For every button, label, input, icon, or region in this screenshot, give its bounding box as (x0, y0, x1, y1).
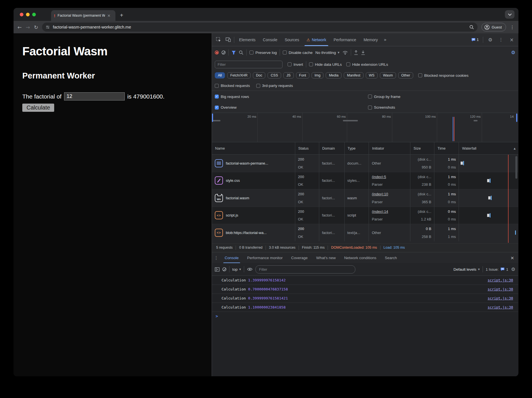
filter-chip-other[interactable]: Other (398, 72, 413, 78)
drawer-tab-search[interactable]: Search (381, 252, 401, 263)
filter-funnel-icon[interactable] (231, 51, 236, 55)
blocked-response-cookies-option[interactable]: Blocked response cookies (418, 73, 468, 78)
disable-cache-option[interactable]: Disable cache (283, 51, 313, 55)
blocked-response-cookies-checkbox[interactable] (418, 73, 422, 77)
table-scrollbar[interactable] (515, 156, 517, 179)
new-tab-button[interactable]: + (120, 12, 123, 19)
clear-network-icon[interactable] (222, 51, 226, 54)
context-selector[interactable]: top ▼ (232, 267, 241, 272)
tab-close-icon[interactable]: × (107, 13, 111, 18)
filter-chip-manifest[interactable]: Manifest (344, 72, 363, 78)
export-har-icon[interactable] (361, 50, 365, 55)
close-drawer-icon[interactable]: × (507, 252, 518, 263)
blocked-requests-checkbox[interactable] (215, 84, 219, 88)
hide-extension-urls-option[interactable]: Hide extension URLs (346, 62, 388, 67)
drawer-tab-console[interactable]: Console (220, 252, 243, 263)
hide-data-urls-checkbox[interactable] (309, 62, 313, 66)
console-message[interactable]: Calculation 0.3999999761581421 script.js… (212, 294, 518, 303)
column-header-domain[interactable]: Domain (319, 142, 345, 154)
search-icon[interactable] (239, 50, 244, 55)
column-header-initiator[interactable]: Initiator (369, 142, 410, 154)
tab-elements[interactable]: Elements (235, 33, 259, 46)
tab-console[interactable]: Console (259, 33, 281, 46)
third-party-requests-checkbox[interactable] (256, 84, 260, 88)
more-tabs-icon[interactable]: » (382, 33, 389, 46)
source-link[interactable]: script.js:30 (488, 287, 513, 291)
tab-sources[interactable]: Sources (281, 33, 303, 46)
filter-chip-css[interactable]: CSS (268, 72, 281, 78)
record-icon[interactable] (215, 51, 219, 54)
network-conditions-icon[interactable] (342, 50, 348, 55)
column-header-status[interactable]: Status (295, 142, 319, 154)
console-message[interactable]: Calculation 1.100000023841858 script.js:… (212, 303, 518, 312)
inspect-element-icon[interactable] (214, 33, 223, 46)
request-row-blob[interactable]: <> blob:https://factorial-wa... 200OK fa… (212, 224, 518, 242)
request-row-script[interactable]: <> script.js 200OK factori... script (in… (212, 207, 518, 224)
clear-console-icon[interactable] (222, 267, 226, 271)
preserve-log-checkbox[interactable] (249, 51, 253, 54)
network-settings-icon[interactable]: ⚙ (511, 50, 515, 55)
group-by-frame-option[interactable]: Group by frame (368, 95, 400, 99)
request-row-wasm[interactable]: WA factorial.wasm 200OK factori... wasm … (212, 189, 518, 207)
timeline-right-handle[interactable] (516, 113, 517, 122)
screenshots-option[interactable]: Screenshots (368, 105, 395, 110)
console-issues-counter[interactable]: 1 Issue: 1 (486, 267, 508, 272)
filter-chip-all[interactable]: All (215, 72, 225, 78)
tab-network[interactable]: ⚠ Network (303, 33, 330, 46)
initiator-link[interactable]: (index):10 (372, 192, 410, 196)
site-settings-icon[interactable] (45, 25, 50, 29)
big-request-rows-checkbox[interactable] (215, 95, 219, 99)
hide-extension-urls-checkbox[interactable] (346, 62, 350, 66)
issues-counter[interactable]: 1 (469, 38, 481, 42)
source-link[interactable]: script.js:30 (488, 278, 513, 282)
filter-chip-media[interactable]: Media (326, 72, 341, 78)
overview-option[interactable]: Overview (215, 105, 237, 110)
filter-chip-js[interactable]: JS (283, 72, 294, 78)
disable-cache-checkbox[interactable] (283, 51, 287, 54)
hide-data-urls-option[interactable]: Hide data URLs (309, 62, 342, 67)
console-message[interactable]: Calculation 1.399999976158142 script.js:… (212, 276, 518, 285)
maximize-window-button[interactable] (32, 13, 36, 16)
preserve-log-option[interactable]: Preserve log (249, 51, 277, 55)
drawer-tab-performance-monitor[interactable]: Performance monitor (243, 252, 287, 263)
tab-performance[interactable]: Performance (330, 33, 360, 46)
tab-search-button[interactable] (505, 10, 515, 19)
tab-memory[interactable]: Memory (360, 33, 382, 46)
close-window-button[interactable] (20, 13, 23, 16)
invert-option[interactable]: Invert (288, 62, 303, 67)
factorial-input[interactable] (64, 92, 125, 100)
initiator-link[interactable]: (index):5 (372, 175, 410, 179)
column-header-name[interactable]: Name (212, 142, 295, 154)
close-devtools-icon[interactable]: × (507, 37, 516, 43)
source-link[interactable]: script.js:30 (488, 305, 513, 309)
filter-chip-doc[interactable]: Doc (253, 72, 265, 78)
console-sidebar-toggle-icon[interactable] (215, 267, 220, 272)
address-bar[interactable]: factorial-wasm-permanent-worker.glitch.m… (42, 23, 478, 32)
console-filter-input[interactable] (255, 265, 355, 274)
minimize-window-button[interactable] (26, 13, 30, 16)
overview-checkbox[interactable] (215, 106, 219, 110)
network-filter-input[interactable] (215, 61, 283, 68)
group-by-frame-checkbox[interactable] (368, 95, 372, 99)
initiator-link[interactable]: (index):14 (372, 209, 410, 214)
import-har-icon[interactable] (354, 50, 358, 55)
zoom-icon[interactable] (469, 25, 474, 30)
drawer-tab-coverage[interactable]: Coverage (287, 252, 312, 263)
forward-button[interactable]: → (26, 24, 30, 30)
request-row-stylesheet[interactable]: style.css 200OK factori... styles... (in… (212, 172, 518, 190)
column-header-waterfall[interactable]: Waterfall ▲ (459, 142, 518, 154)
reload-button[interactable]: ↻ (34, 24, 38, 30)
network-overview-timeline[interactable]: 20 ms 40 ms 60 ms 80 ms 100 ms 120 ms 14 (212, 113, 518, 142)
screenshots-checkbox[interactable] (368, 106, 372, 110)
console-prompt[interactable]: > (212, 312, 518, 320)
request-row-document[interactable]: factorial-wasm-permane... 200OK factori.… (212, 155, 518, 172)
invert-checkbox[interactable] (288, 62, 292, 66)
console-settings-icon[interactable]: ⚙ (511, 266, 515, 272)
drawer-tab-whats-new[interactable]: What's new (312, 252, 340, 263)
profile-chip[interactable]: Guest (481, 23, 506, 31)
filter-chip-font[interactable]: Font (296, 72, 309, 78)
timeline-left-handle[interactable] (212, 113, 213, 122)
blocked-requests-option[interactable]: Blocked requests (215, 84, 250, 88)
column-header-type[interactable]: Type (345, 142, 369, 154)
browser-menu-icon[interactable]: ⋮ (510, 25, 515, 30)
